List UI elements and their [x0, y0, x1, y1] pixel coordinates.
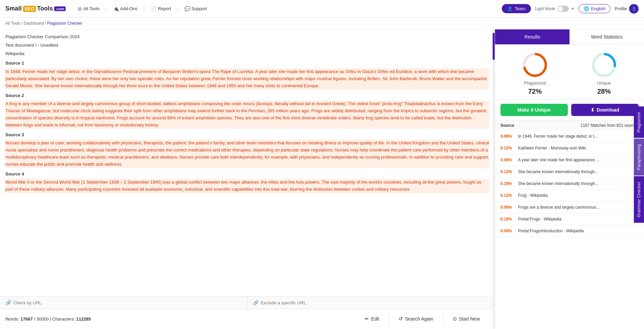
source-item[interactable]: 0.06%In 1946, Ferrier made her stage deb…: [495, 131, 644, 142]
header: Small SEO Tools .com ⊞ All Tools | 🔌 Add…: [0, 0, 644, 18]
source-item[interactable]: 0.12%Kathleen Ferrier - Morrissey-solo W…: [495, 142, 644, 154]
matches-count: 1167 Matches from 621 sources: [581, 123, 639, 128]
toggle-knob: [558, 6, 563, 11]
globe-icon: 🌐: [584, 6, 589, 11]
source-percentage: 0.18%: [500, 217, 514, 221]
start-new-label: Start New: [459, 316, 480, 322]
source-percentage: 0.12%: [500, 193, 514, 198]
nav-addons[interactable]: 🔌 Add-Ons: [109, 4, 142, 14]
source-percentage: 0.12%: [500, 146, 514, 150]
words-value: 17667: [21, 316, 33, 322]
side-tabs: Plagiarism Paraphrasing Grammar Checker: [634, 106, 644, 223]
new-icon: ⊙: [453, 316, 457, 322]
source-text: Frogs are a diverse and largely carnivor…: [518, 205, 639, 210]
addon-icon: 🔌: [113, 6, 119, 11]
check-url-input[interactable]: [13, 300, 242, 305]
bottom-actions: ✏ Edit ↺ Search Again ⊙ Start New: [355, 312, 489, 325]
chars-value: 112285: [76, 316, 91, 322]
source-percentage: 0.06%: [500, 229, 514, 233]
source-item[interactable]: 0.12%Frog - Wikipedia: [495, 190, 644, 202]
source-item[interactable]: 0.18%Portal:Frogs - Wikipedia: [495, 213, 644, 225]
edit-button[interactable]: ✏ Edit: [355, 312, 389, 325]
link-icon-1: 🔗: [5, 300, 11, 305]
source-text: Portal:Frogs - Wikipedia: [518, 217, 639, 221]
source-text: She became known internationally through…: [518, 181, 639, 186]
nav-support-label: Support: [192, 6, 207, 11]
nav-sep-3: |: [177, 6, 178, 11]
download-label: Download: [597, 107, 619, 113]
tab-word-statistics[interactable]: Word Statistics: [570, 29, 644, 44]
source-item[interactable]: 0.06%Portal:Frogs/Introduction - Wikiped…: [495, 225, 644, 237]
source-text: Portal:Frogs/Introduction - Wikipedia: [518, 229, 639, 233]
nav-support[interactable]: 💬 Support: [180, 4, 211, 14]
light-mode-toggle[interactable]: Light Mode ☀: [535, 6, 574, 12]
download-icon: ⬇: [591, 107, 595, 113]
search-again-button[interactable]: ↺ Search Again: [389, 312, 443, 325]
action-area: Make it Unique ⬇ Download: [495, 100, 644, 120]
profile-button[interactable]: Profile 👤: [615, 4, 639, 14]
source-col-label: Source: [500, 123, 514, 128]
plain-paragraph: Test document I - Unedited: [5, 42, 489, 49]
avatar: 👤: [629, 4, 639, 14]
breadcrumb-dashboard[interactable]: Dashboard: [24, 21, 44, 26]
left-panel: Plagiarism Checker Comparison 2024Test d…: [0, 29, 495, 329]
source-text: She became known internationally through…: [518, 169, 639, 174]
logo-seo-badge: SEO: [23, 6, 36, 12]
team-icon: 👤: [507, 6, 513, 11]
plagiarized-donut: [521, 51, 549, 78]
unique-score: Unique 28%: [591, 51, 618, 95]
edit-label: Edit: [371, 316, 379, 322]
source-item[interactable]: 0.18%She became known internationally th…: [495, 178, 644, 190]
source-percentage: 0.12%: [500, 169, 514, 174]
logo-tools: Tools: [37, 5, 53, 12]
profile-label: Profile: [615, 6, 627, 11]
source-list: 0.06%In 1946, Ferrier made her stage deb…: [495, 131, 644, 329]
language-label: English: [591, 6, 606, 11]
logo-com-badge: .com: [54, 6, 66, 11]
source-label: Source 1: [5, 60, 489, 67]
source-item[interactable]: 0.06%A year later she made her first app…: [495, 154, 644, 166]
plagiarized-score: Plagiarized 72%: [521, 51, 549, 95]
source-percentage: 0.18%: [500, 181, 514, 186]
source-text: In 1946, Ferrier made her stage debut, i…: [518, 134, 639, 139]
team-label: Team: [515, 6, 525, 11]
source-text: Frog - Wikipedia: [518, 193, 639, 198]
source-label: Source 3: [5, 132, 489, 139]
text-content-area: Plagiarism Checker Comparison 2024Test d…: [0, 29, 495, 296]
result-tabs: Results Word Statistics: [495, 29, 644, 45]
exclude-url-input[interactable]: [261, 300, 489, 305]
source-header: Source 1167 Matches from 621 sources: [495, 120, 644, 131]
source-item[interactable]: 0.06%Frogs are a diverse and largely car…: [495, 202, 644, 213]
team-button[interactable]: 👤 Team: [502, 4, 531, 13]
nav-report[interactable]: 📄 Report: [147, 4, 175, 14]
sun-icon: ☀: [571, 6, 575, 11]
start-new-button[interactable]: ⊙ Start New: [443, 312, 489, 325]
language-button[interactable]: 🌐 English: [579, 4, 611, 13]
exclude-url-wrap: 🔗: [248, 297, 495, 309]
logo[interactable]: Small SEO Tools .com: [5, 5, 66, 12]
nav-sep-2: |: [144, 6, 145, 11]
tab-results[interactable]: Results: [495, 29, 570, 44]
make-unique-button[interactable]: Make it Unique: [500, 104, 568, 116]
nav-report-label: Report: [158, 6, 171, 11]
avatar-icon: 👤: [631, 6, 637, 11]
source-percentage: 0.06%: [500, 134, 514, 139]
download-button[interactable]: ⬇ Download: [571, 104, 639, 116]
side-tab-plagiarism[interactable]: Plagiarism: [634, 106, 644, 138]
toggle-switch[interactable]: [557, 6, 569, 12]
nav-addons-label: Add-Ons: [120, 6, 137, 11]
nav-all-tools[interactable]: ⊞ All Tools: [74, 4, 104, 14]
unique-value: 28%: [597, 88, 611, 95]
plagiarized-paragraph: In 1946, Ferrier made her stage debut, i…: [5, 68, 489, 89]
nav-all-tools-label: All Tools: [83, 6, 100, 11]
right-panel: Results Word Statistics Plagiarized 72%: [495, 29, 644, 329]
plain-paragraph: Plagiarism Checker Comparison 2024: [5, 33, 489, 41]
words-label: Words:: [5, 316, 19, 322]
edit-icon: ✏: [365, 316, 369, 322]
breadcrumb-all-tools[interactable]: All Tools: [5, 21, 20, 26]
link-icon-2: 🔗: [253, 300, 259, 305]
side-tab-paraphrasing[interactable]: Paraphrasing: [634, 138, 644, 175]
score-area: Plagiarized 72% Unique 28%: [495, 45, 644, 100]
source-item[interactable]: 0.12%She became known internationally th…: [495, 166, 644, 178]
side-tab-grammar[interactable]: Grammar Checker: [634, 176, 644, 223]
